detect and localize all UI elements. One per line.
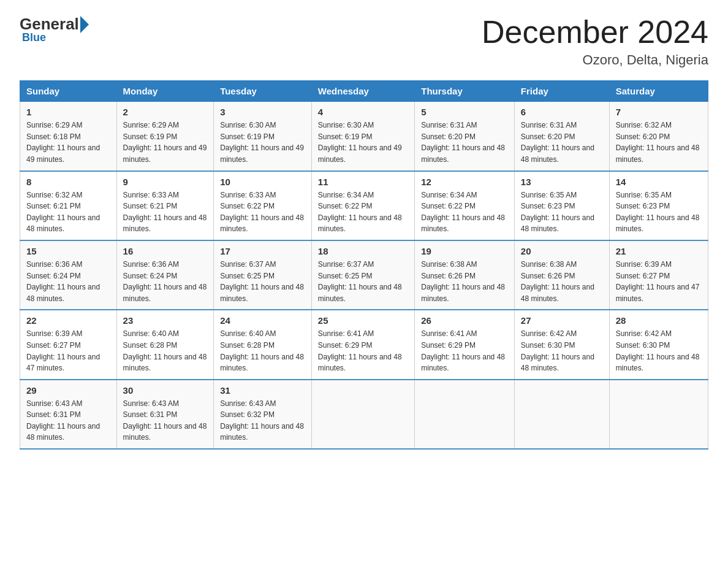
day-number: 16 [123,246,208,256]
calendar-cell: 29 Sunrise: 6:43 AMSunset: 6:31 PMDaylig… [20,380,117,449]
header-tuesday: Tuesday [214,81,312,102]
day-number: 25 [318,315,408,326]
day-info: Sunrise: 6:38 AMSunset: 6:26 PMDaylight:… [521,260,594,303]
day-info: Sunrise: 6:41 AMSunset: 6:29 PMDaylight:… [318,329,402,372]
week-row-4: 22 Sunrise: 6:39 AMSunset: 6:27 PMDaylig… [20,310,708,379]
day-number: 30 [123,385,208,396]
calendar-cell: 25 Sunrise: 6:41 AMSunset: 6:29 PMDaylig… [311,310,414,379]
calendar-cell: 13 Sunrise: 6:35 AMSunset: 6:23 PMDaylig… [514,171,609,240]
day-info: Sunrise: 6:30 AMSunset: 6:19 PMDaylight:… [220,121,304,164]
calendar-cell: 17 Sunrise: 6:37 AMSunset: 6:25 PMDaylig… [214,240,312,310]
page-header: General Blue December 2024 Ozoro, Delta,… [20,15,708,68]
week-row-5: 29 Sunrise: 6:43 AMSunset: 6:31 PMDaylig… [20,380,708,449]
day-info: Sunrise: 6:40 AMSunset: 6:28 PMDaylight:… [123,329,207,372]
day-number: 3 [220,107,305,117]
day-number: 18 [318,246,408,256]
day-number: 13 [521,177,603,187]
header-monday: Monday [116,81,214,102]
day-number: 15 [26,246,110,256]
day-info: Sunrise: 6:40 AMSunset: 6:28 PMDaylight:… [220,329,304,372]
day-info: Sunrise: 6:33 AMSunset: 6:21 PMDaylight:… [123,191,207,234]
logo-blue: Blue [22,31,46,44]
header-wednesday: Wednesday [311,81,414,102]
day-number: 5 [421,107,508,117]
day-info: Sunrise: 6:42 AMSunset: 6:30 PMDaylight:… [616,329,700,372]
day-number: 1 [26,107,110,117]
calendar-body: 1 Sunrise: 6:29 AMSunset: 6:18 PMDayligh… [20,102,708,449]
header-saturday: Saturday [609,81,708,102]
calendar-cell: 4 Sunrise: 6:30 AMSunset: 6:19 PMDayligh… [311,102,414,171]
day-info: Sunrise: 6:35 AMSunset: 6:23 PMDaylight:… [616,191,700,234]
header-friday: Friday [514,81,609,102]
calendar-cell: 1 Sunrise: 6:29 AMSunset: 6:18 PMDayligh… [20,102,117,171]
title-block: December 2024 Ozoro, Delta, Nigeria [482,15,708,68]
day-number: 8 [26,177,110,187]
day-info: Sunrise: 6:39 AMSunset: 6:27 PMDaylight:… [616,260,700,303]
logo-arrow-icon [80,16,89,33]
month-title: December 2024 [482,15,708,50]
calendar-cell: 10 Sunrise: 6:33 AMSunset: 6:22 PMDaylig… [214,171,312,240]
calendar-table: SundayMondayTuesdayWednesdayThursdayFrid… [20,80,708,450]
calendar-cell: 3 Sunrise: 6:30 AMSunset: 6:19 PMDayligh… [214,102,312,171]
calendar-cell: 22 Sunrise: 6:39 AMSunset: 6:27 PMDaylig… [20,310,117,379]
day-number: 11 [318,177,408,187]
calendar-cell: 19 Sunrise: 6:38 AMSunset: 6:26 PMDaylig… [415,240,515,310]
day-number: 20 [521,246,603,256]
calendar-cell: 12 Sunrise: 6:34 AMSunset: 6:22 PMDaylig… [415,171,515,240]
day-number: 9 [123,177,208,187]
day-info: Sunrise: 6:34 AMSunset: 6:22 PMDaylight:… [421,191,505,234]
day-info: Sunrise: 6:39 AMSunset: 6:27 PMDaylight:… [26,329,100,372]
calendar-cell: 14 Sunrise: 6:35 AMSunset: 6:23 PMDaylig… [609,171,708,240]
day-info: Sunrise: 6:29 AMSunset: 6:18 PMDaylight:… [26,121,100,164]
day-info: Sunrise: 6:29 AMSunset: 6:19 PMDaylight:… [123,121,207,164]
calendar-cell: 2 Sunrise: 6:29 AMSunset: 6:19 PMDayligh… [116,102,214,171]
calendar-cell: 11 Sunrise: 6:34 AMSunset: 6:22 PMDaylig… [311,171,414,240]
day-info: Sunrise: 6:37 AMSunset: 6:25 PMDaylight:… [318,260,402,303]
day-info: Sunrise: 6:43 AMSunset: 6:31 PMDaylight:… [123,399,207,442]
day-number: 12 [421,177,508,187]
day-info: Sunrise: 6:36 AMSunset: 6:24 PMDaylight:… [26,260,100,303]
calendar-cell: 15 Sunrise: 6:36 AMSunset: 6:24 PMDaylig… [20,240,117,310]
calendar-cell: 23 Sunrise: 6:40 AMSunset: 6:28 PMDaylig… [116,310,214,379]
day-info: Sunrise: 6:34 AMSunset: 6:22 PMDaylight:… [318,191,402,234]
day-info: Sunrise: 6:38 AMSunset: 6:26 PMDaylight:… [421,260,505,303]
day-info: Sunrise: 6:43 AMSunset: 6:32 PMDaylight:… [220,399,304,442]
day-info: Sunrise: 6:31 AMSunset: 6:20 PMDaylight:… [421,121,505,164]
calendar-cell: 26 Sunrise: 6:41 AMSunset: 6:29 PMDaylig… [415,310,515,379]
day-number: 29 [26,385,110,396]
calendar-cell: 6 Sunrise: 6:31 AMSunset: 6:20 PMDayligh… [514,102,609,171]
location: Ozoro, Delta, Nigeria [482,52,708,68]
calendar-cell: 31 Sunrise: 6:43 AMSunset: 6:32 PMDaylig… [214,380,312,449]
day-number: 4 [318,107,408,117]
calendar-cell: 16 Sunrise: 6:36 AMSunset: 6:24 PMDaylig… [116,240,214,310]
calendar-header: SundayMondayTuesdayWednesdayThursdayFrid… [20,81,708,102]
calendar-cell: 21 Sunrise: 6:39 AMSunset: 6:27 PMDaylig… [609,240,708,310]
calendar-cell: 5 Sunrise: 6:31 AMSunset: 6:20 PMDayligh… [415,102,515,171]
calendar-cell: 20 Sunrise: 6:38 AMSunset: 6:26 PMDaylig… [514,240,609,310]
day-info: Sunrise: 6:32 AMSunset: 6:20 PMDaylight:… [616,121,700,164]
day-info: Sunrise: 6:32 AMSunset: 6:21 PMDaylight:… [26,191,100,234]
day-number: 27 [521,315,603,326]
calendar-cell: 30 Sunrise: 6:43 AMSunset: 6:31 PMDaylig… [116,380,214,449]
day-number: 23 [123,315,208,326]
calendar-cell: 18 Sunrise: 6:37 AMSunset: 6:25 PMDaylig… [311,240,414,310]
day-info: Sunrise: 6:30 AMSunset: 6:19 PMDaylight:… [318,121,402,164]
calendar-cell [514,380,609,449]
day-number: 28 [616,315,702,326]
day-number: 7 [616,107,702,117]
day-info: Sunrise: 6:42 AMSunset: 6:30 PMDaylight:… [521,329,594,372]
calendar-cell: 24 Sunrise: 6:40 AMSunset: 6:28 PMDaylig… [214,310,312,379]
week-row-1: 1 Sunrise: 6:29 AMSunset: 6:18 PMDayligh… [20,102,708,171]
calendar-cell: 8 Sunrise: 6:32 AMSunset: 6:21 PMDayligh… [20,171,117,240]
day-info: Sunrise: 6:41 AMSunset: 6:29 PMDaylight:… [421,329,505,372]
day-number: 2 [123,107,208,117]
day-info: Sunrise: 6:36 AMSunset: 6:24 PMDaylight:… [123,260,207,303]
day-number: 14 [616,177,702,187]
calendar-cell [415,380,515,449]
calendar-cell: 27 Sunrise: 6:42 AMSunset: 6:30 PMDaylig… [514,310,609,379]
calendar-cell: 28 Sunrise: 6:42 AMSunset: 6:30 PMDaylig… [609,310,708,379]
day-number: 26 [421,315,508,326]
week-row-2: 8 Sunrise: 6:32 AMSunset: 6:21 PMDayligh… [20,171,708,240]
week-row-3: 15 Sunrise: 6:36 AMSunset: 6:24 PMDaylig… [20,240,708,310]
day-number: 24 [220,315,305,326]
